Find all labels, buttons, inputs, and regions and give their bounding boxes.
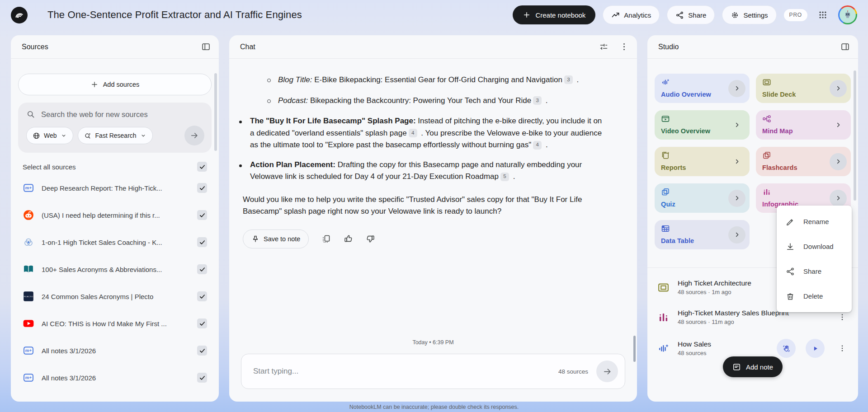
- pencil-icon: [786, 217, 795, 226]
- pro-badge: PRO: [784, 9, 807, 21]
- add-sources-button[interactable]: Add sources: [18, 74, 212, 95]
- context-menu: RenameDownloadShareDelete: [777, 206, 852, 312]
- chevron-right-icon[interactable]: [830, 80, 847, 97]
- interactive-mode-button[interactable]: [777, 339, 796, 358]
- share-icon: [786, 267, 795, 276]
- source-row[interactable]: AI CEO: THIS is How I'd Make My First ..…: [18, 310, 212, 337]
- context-menu-item-delete[interactable]: Delete: [777, 284, 852, 309]
- submit-search-button[interactable]: [184, 126, 204, 145]
- select-all-label: Select all sources: [23, 163, 76, 171]
- globe-icon: [33, 132, 40, 140]
- citation-chip[interactable]: 3: [564, 75, 573, 84]
- note-icon: [732, 363, 741, 371]
- chevron-right-icon[interactable]: [728, 117, 745, 134]
- chat-more-icon[interactable]: [619, 42, 629, 52]
- source-checkbox[interactable]: [197, 183, 207, 193]
- svg-text:PLECTO: PLECTO: [24, 295, 33, 298]
- chat-settings-icon[interactable]: [599, 42, 609, 52]
- source-row[interactable]: PLECTO24 Common Sales Acronyms | Plecto: [18, 283, 212, 310]
- create-notebook-button[interactable]: Create notebook: [513, 5, 595, 24]
- studio-panel: Studio Audio OverviewSlide DeckVideo Ove…: [647, 35, 858, 402]
- web-filter-dropdown[interactable]: Web: [26, 127, 73, 144]
- fast-research-icon: [84, 132, 92, 140]
- notebook-title[interactable]: The One-Sentence Profit Extractor and AI…: [47, 9, 302, 21]
- source-row[interactable]: m+All notes 3/1/2026: [18, 364, 212, 391]
- citation-chip[interactable]: 5: [500, 173, 509, 181]
- top-bar: The One-Sentence Profit Extractor and AI…: [0, 0, 868, 30]
- source-checkbox[interactable]: [197, 373, 207, 383]
- studio-item-title: How Sales: [678, 340, 711, 348]
- source-checkbox[interactable]: [197, 318, 207, 328]
- source-checkbox[interactable]: [197, 346, 207, 356]
- chat-text: Action Plan Placement:: [250, 160, 335, 169]
- chat-bullet: Action Plan Placement: Drafting the copy…: [250, 159, 608, 183]
- source-row[interactable]: m+All notes 3/1/2026: [18, 337, 212, 364]
- share-button[interactable]: Share: [667, 5, 715, 24]
- citation-chip[interactable]: 4: [533, 141, 542, 150]
- analytics-icon: [611, 11, 620, 19]
- studio-tile-audio-overview[interactable]: Audio Overview: [655, 74, 750, 103]
- context-menu-item-rename[interactable]: Rename: [777, 209, 852, 234]
- chevron-right-icon[interactable]: [830, 153, 847, 170]
- chevron-right-icon[interactable]: [830, 190, 847, 207]
- svg-text:?: ?: [665, 190, 667, 193]
- account-avatar[interactable]: [838, 5, 857, 24]
- studio-tile-reports[interactable]: Reports: [655, 147, 750, 176]
- studio-tile-quiz[interactable]: ?Quiz: [655, 183, 750, 213]
- source-checkbox[interactable]: [197, 264, 207, 274]
- chevron-right-icon[interactable]: [728, 226, 745, 243]
- google-apps-icon[interactable]: [815, 7, 831, 23]
- collapse-panel-icon[interactable]: [840, 42, 850, 52]
- svg-text:m+: m+: [25, 375, 32, 380]
- chat-input[interactable]: [253, 367, 558, 376]
- chevron-right-icon[interactable]: [728, 153, 745, 170]
- thumbs-down-icon[interactable]: [366, 234, 375, 243]
- studio-scrollbar[interactable]: [854, 70, 856, 201]
- source-row[interactable]: 100+ Sales Acronyms & Abbreviations...: [18, 256, 212, 283]
- chat-scrollbar[interactable]: [633, 336, 636, 362]
- thumbs-up-icon[interactable]: [344, 234, 353, 243]
- source-checkbox[interactable]: [197, 237, 207, 247]
- add-note-button[interactable]: Add note: [723, 356, 783, 377]
- studio-tile-mind-map[interactable]: Mind Map: [756, 110, 851, 140]
- source-checkbox[interactable]: [197, 210, 207, 220]
- research-mode-dropdown[interactable]: Fast Research: [78, 127, 153, 144]
- collapse-panel-icon[interactable]: [201, 42, 211, 52]
- notebooklm-logo[interactable]: [11, 7, 28, 23]
- context-menu-item-download[interactable]: Download: [777, 234, 852, 259]
- venn-icon: [23, 236, 34, 248]
- chevron-right-icon[interactable]: [830, 117, 847, 134]
- save-to-note-button[interactable]: Save to note: [243, 229, 309, 248]
- copy-icon[interactable]: [321, 234, 331, 243]
- gear-icon: [731, 11, 739, 19]
- item-more-icon[interactable]: [836, 341, 848, 356]
- source-row[interactable]: 1-on-1 High Ticket Sales Coaching - K...: [18, 229, 212, 256]
- source-row[interactable]: m+Deep Research Report: The High-Tick...: [18, 174, 212, 201]
- studio-tile-slide-deck[interactable]: Slide Deck: [756, 74, 851, 103]
- chevron-right-icon[interactable]: [728, 190, 745, 207]
- studio-tile-data-table[interactable]: Data Table: [655, 220, 750, 249]
- web-search-input[interactable]: [41, 110, 204, 119]
- analytics-button[interactable]: Analytics: [603, 5, 660, 24]
- settings-button[interactable]: Settings: [722, 5, 776, 24]
- citation-chip[interactable]: 4: [409, 129, 417, 137]
- infographic-icon: [657, 311, 670, 323]
- trash-icon: [786, 292, 795, 301]
- disclaimer-text: NotebookLM can be inaccurate; please dou…: [0, 404, 868, 410]
- select-all-checkbox[interactable]: [197, 162, 207, 172]
- source-checkbox[interactable]: [197, 291, 207, 301]
- chat-text: .: [543, 140, 547, 149]
- chat-input-box: 48 sources: [241, 354, 625, 389]
- context-menu-label: Rename: [803, 218, 829, 225]
- citation-chip[interactable]: 3: [533, 96, 542, 105]
- studio-tile-flashcards[interactable]: Flashcards: [756, 147, 851, 176]
- play-button[interactable]: [806, 339, 825, 358]
- sources-scrollbar[interactable]: [214, 73, 217, 151]
- chat-text: Would you like me to help you write the …: [243, 195, 582, 216]
- studio-tile-video-overview[interactable]: Video Overview: [655, 110, 750, 140]
- svg-text:m+: m+: [25, 185, 32, 190]
- chevron-right-icon[interactable]: [728, 80, 745, 97]
- source-row[interactable]: (USA) I need help determining if this r.…: [18, 201, 212, 229]
- context-menu-item-share[interactable]: Share: [777, 259, 852, 284]
- send-button[interactable]: [596, 360, 618, 382]
